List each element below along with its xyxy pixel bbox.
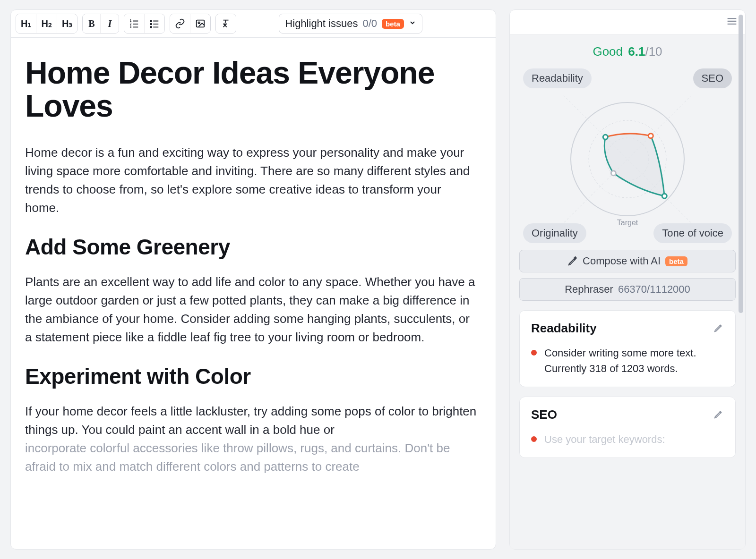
- bold-button[interactable]: B: [83, 14, 101, 33]
- svg-point-26: [662, 194, 667, 199]
- readability-card: Readability Consider writing some more t…: [519, 310, 736, 387]
- card-title: Readability: [531, 321, 597, 336]
- edit-icon[interactable]: [713, 322, 724, 335]
- unordered-list-button[interactable]: [145, 14, 164, 33]
- article-heading: Add Some Greenery: [25, 234, 481, 260]
- svg-text:3: 3: [130, 25, 132, 28]
- clear-group: [215, 14, 236, 34]
- chevron-down-icon: [409, 19, 416, 28]
- issue-item: Use your target keywords:: [531, 432, 724, 447]
- beta-badge: beta: [382, 19, 404, 29]
- article-heading: Experiment with Color: [25, 364, 481, 389]
- analysis-pane: Good 6.1/10 Readability SEO Originality …: [509, 9, 746, 550]
- compose-ai-button[interactable]: Compose with AI beta: [519, 250, 736, 272]
- image-button[interactable]: [190, 14, 210, 33]
- menu-icon[interactable]: [725, 15, 739, 30]
- heading-group: H₁ H₂ H₃: [16, 14, 77, 34]
- pill-originality[interactable]: Originality: [523, 223, 586, 243]
- editor-content[interactable]: Home Decor Ideas Everyone Loves Home dec…: [11, 38, 496, 549]
- sparkle-pencil-icon: [567, 256, 578, 266]
- svg-point-8: [151, 24, 152, 25]
- rephraser-button[interactable]: Rephraser 66370/1112000: [519, 278, 736, 301]
- italic-button[interactable]: I: [101, 14, 119, 33]
- severity-dot-icon: [531, 436, 537, 442]
- article-paragraph: Home decor is a fun and exciting way to …: [25, 144, 479, 217]
- pill-tone[interactable]: Tone of voice: [653, 223, 732, 243]
- issue-item: Consider writing some more text. Current…: [531, 345, 724, 376]
- article-paragraph-faded: incorporate colorful accessories like th…: [25, 439, 479, 476]
- edit-icon[interactable]: [713, 409, 724, 421]
- radar-chart: Readability SEO Originality Tone of voic…: [519, 68, 736, 243]
- svg-point-27: [611, 171, 616, 176]
- side-body: Good 6.1/10 Readability SEO Originality …: [510, 35, 745, 549]
- editor-toolbar: H₁ H₂ H₃ B I 123: [11, 10, 496, 38]
- pill-seo[interactable]: SEO: [693, 68, 732, 88]
- insert-group: [170, 14, 211, 34]
- severity-dot-icon: [531, 350, 537, 356]
- scrollbar[interactable]: [739, 15, 743, 313]
- seo-card: SEO Use your target keywords:: [519, 397, 736, 458]
- editor-pane: H₁ H₂ H₃ B I 123: [10, 9, 496, 550]
- highlight-count: 0/0: [362, 17, 377, 30]
- side-header: [510, 10, 745, 35]
- highlight-issues-toggle[interactable]: Highlight issues 0/0 beta: [279, 14, 422, 34]
- article-paragraph: If your home decor feels a little lacklu…: [25, 402, 479, 439]
- svg-point-25: [648, 134, 653, 138]
- h1-button[interactable]: H₁: [16, 14, 36, 33]
- article-paragraph: Plants are an excellent way to add life …: [25, 273, 479, 347]
- article-title: Home Decor Ideas Everyone Loves: [25, 57, 481, 123]
- beta-badge: beta: [665, 256, 687, 266]
- list-group: 123: [124, 14, 165, 34]
- svg-point-6: [151, 20, 152, 22]
- svg-point-10: [151, 26, 152, 28]
- h3-button[interactable]: H₃: [57, 14, 77, 33]
- card-title: SEO: [531, 407, 557, 422]
- svg-point-24: [603, 135, 608, 140]
- overall-score: Good 6.1/10: [519, 44, 736, 59]
- radar-svg: [561, 93, 694, 225]
- link-button[interactable]: [170, 14, 190, 33]
- h2-button[interactable]: H₂: [36, 14, 57, 33]
- highlight-label: Highlight issues: [285, 17, 358, 30]
- ordered-list-button[interactable]: 123: [124, 14, 145, 33]
- format-group: B I: [82, 14, 119, 34]
- pill-readability[interactable]: Readability: [523, 68, 592, 88]
- clear-format-button[interactable]: [216, 14, 236, 33]
- svg-point-13: [198, 22, 200, 24]
